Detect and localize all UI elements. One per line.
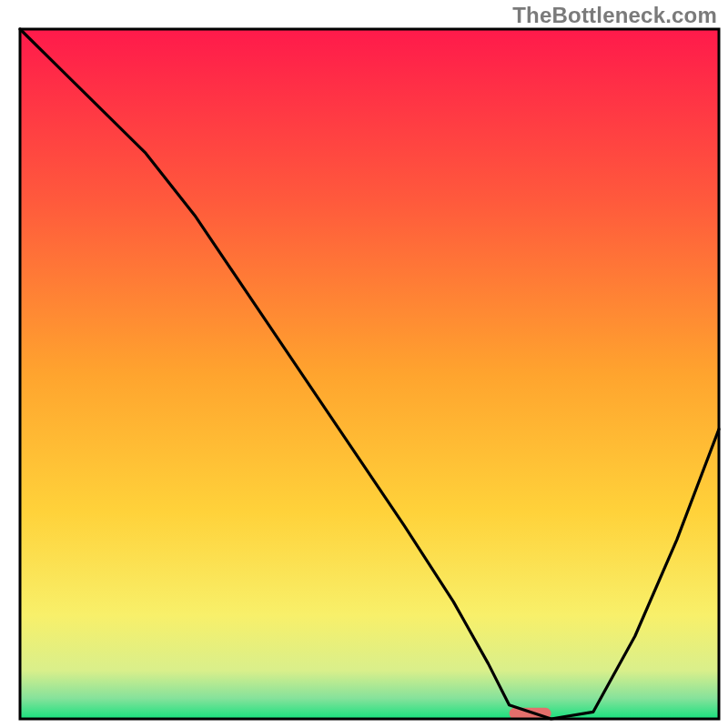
plot-area xyxy=(20,29,719,719)
bottleneck-chart xyxy=(0,0,728,728)
chart-stage: TheBottleneck.com xyxy=(0,0,728,728)
